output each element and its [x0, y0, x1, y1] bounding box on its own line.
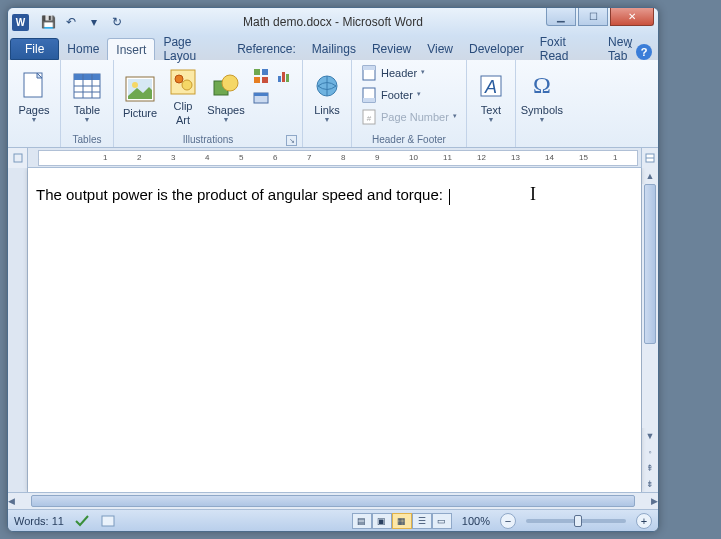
close-button[interactable]: ✕ — [610, 8, 654, 26]
ruler-number: 14 — [545, 153, 554, 162]
prev-page-button[interactable]: ⇞ — [642, 460, 658, 476]
header-button[interactable]: Header ▾ — [356, 62, 430, 84]
dialog-launcher-icon[interactable]: ↘ — [286, 135, 297, 146]
group-pages-label — [12, 132, 56, 147]
scroll-down-button[interactable]: ▼ — [642, 428, 658, 444]
tab-file[interactable]: File — [10, 38, 59, 60]
word-count[interactable]: Words: 11 — [14, 515, 64, 527]
tab-references[interactable]: Reference: — [229, 38, 304, 60]
ruler-number: 3 — [171, 153, 175, 162]
tab-developer[interactable]: Developer — [461, 38, 532, 60]
scroll-thumb[interactable] — [644, 184, 656, 344]
vertical-scrollbar[interactable]: ▲ ▼ ◦ ⇞ ⇟ — [641, 168, 658, 492]
svg-rect-26 — [363, 66, 375, 70]
chevron-down-icon: ▼ — [84, 116, 91, 123]
text-cursor — [449, 189, 450, 205]
chevron-down-icon: ▾ — [453, 112, 457, 120]
zoom-slider[interactable] — [526, 519, 626, 523]
zoom-level[interactable]: 100% — [462, 515, 490, 527]
shapes-label: Shapes — [207, 104, 244, 116]
pages-button[interactable]: Pages ▼ — [12, 62, 56, 130]
zoom-out-button[interactable]: − — [500, 513, 516, 529]
scroll-right-button[interactable]: ▶ — [651, 493, 658, 509]
picture-button[interactable]: Picture — [118, 62, 162, 130]
ruler-number: 9 — [375, 153, 379, 162]
links-button[interactable]: Links ▼ — [307, 62, 347, 130]
ruler-number: 12 — [477, 153, 486, 162]
page-number-button[interactable]: # Page Number ▾ — [356, 106, 462, 128]
table-button[interactable]: Table ▼ — [65, 62, 109, 130]
footer-icon — [361, 87, 377, 103]
svg-rect-36 — [102, 516, 114, 526]
undo-button[interactable]: ↶ — [60, 11, 82, 33]
smartart-button[interactable] — [250, 65, 272, 86]
screenshot-button[interactable] — [250, 87, 272, 108]
ruler-number: 2 — [137, 153, 141, 162]
svg-text:#: # — [367, 114, 372, 123]
picture-icon — [124, 73, 156, 105]
tab-foxit[interactable]: Foxit Read — [532, 38, 600, 60]
zoom-in-button[interactable]: + — [636, 513, 652, 529]
minimize-button[interactable]: ▁ — [546, 8, 576, 26]
tab-review[interactable]: Review — [364, 38, 419, 60]
links-label: Links — [314, 104, 340, 116]
proofing-icon[interactable] — [74, 514, 90, 528]
tab-view[interactable]: View — [419, 38, 461, 60]
maximize-button[interactable]: ☐ — [578, 8, 608, 26]
group-links: Links ▼ — [303, 60, 352, 147]
scroll-left-button[interactable]: ◀ — [8, 493, 15, 509]
tab-home[interactable]: Home — [59, 38, 107, 60]
svg-point-11 — [175, 75, 183, 83]
chevron-down-icon: ▼ — [223, 116, 230, 123]
page-number-icon: # — [361, 109, 377, 125]
svg-rect-17 — [254, 77, 260, 83]
full-screen-view[interactable]: ▣ — [372, 513, 392, 529]
tab-mailings[interactable]: Mailings — [304, 38, 364, 60]
footer-button[interactable]: Footer ▾ — [356, 84, 426, 106]
group-header-footer-label: Header & Footer — [356, 132, 462, 147]
ruler-number: 1 — [38, 153, 39, 162]
group-text: A Text ▼ — [467, 60, 516, 147]
next-page-button[interactable]: ⇟ — [642, 476, 658, 492]
qat-dropdown[interactable]: ▾ — [83, 11, 105, 33]
save-button[interactable]: 💾 — [37, 11, 59, 33]
scroll-up-button[interactable]: ▲ — [642, 168, 658, 184]
chevron-down-icon: ▼ — [538, 116, 545, 123]
page-number-label: Page Number — [381, 111, 449, 123]
tab-page-layout[interactable]: Page Layou — [155, 38, 229, 60]
clipart-button[interactable]: Clip Art — [164, 62, 202, 130]
group-symbols: Ω Symbols ▼ — [516, 60, 568, 147]
ruler-toggle[interactable] — [641, 148, 658, 168]
help-icon[interactable]: ? — [636, 44, 652, 60]
horizontal-scrollbar[interactable]: ◀ ▶ — [8, 492, 658, 509]
vertical-ruler[interactable] — [8, 168, 28, 492]
scroll-track[interactable] — [642, 184, 658, 428]
hscroll-track[interactable] — [31, 493, 635, 509]
illustrations-small-buttons — [250, 62, 298, 108]
svg-text:A: A — [484, 77, 497, 97]
text-button[interactable]: A Text ▼ — [471, 62, 511, 130]
horizontal-ruler[interactable]: 11234567891011121314151 — [38, 150, 638, 166]
print-layout-view[interactable]: ▤ — [352, 513, 372, 529]
symbols-label: Symbols — [521, 104, 563, 116]
macro-icon[interactable] — [100, 514, 116, 528]
table-icon — [71, 70, 103, 102]
ruler-corner[interactable] — [8, 148, 28, 168]
chart-button[interactable] — [273, 65, 295, 86]
draft-view[interactable]: ▭ — [432, 513, 452, 529]
browse-object-button[interactable]: ◦ — [642, 444, 658, 460]
group-tables-label: Tables — [65, 132, 109, 147]
ruler-number: 15 — [579, 153, 588, 162]
outline-view[interactable]: ☰ — [412, 513, 432, 529]
svg-point-12 — [182, 80, 192, 90]
redo-button[interactable]: ↻ — [106, 11, 128, 33]
pages-icon — [18, 70, 50, 102]
symbols-button[interactable]: Ω Symbols ▼ — [520, 62, 564, 130]
shapes-button[interactable]: Shapes ▼ — [204, 62, 248, 130]
zoom-slider-thumb[interactable] — [574, 515, 582, 527]
hscroll-thumb[interactable] — [31, 495, 635, 507]
document-page[interactable]: The output power is the product of angul… — [28, 168, 641, 492]
web-layout-view[interactable]: ▦ — [392, 513, 412, 529]
tab-insert[interactable]: Insert — [107, 38, 155, 60]
collapse-ribbon-icon[interactable]: ˆ — [628, 45, 632, 59]
